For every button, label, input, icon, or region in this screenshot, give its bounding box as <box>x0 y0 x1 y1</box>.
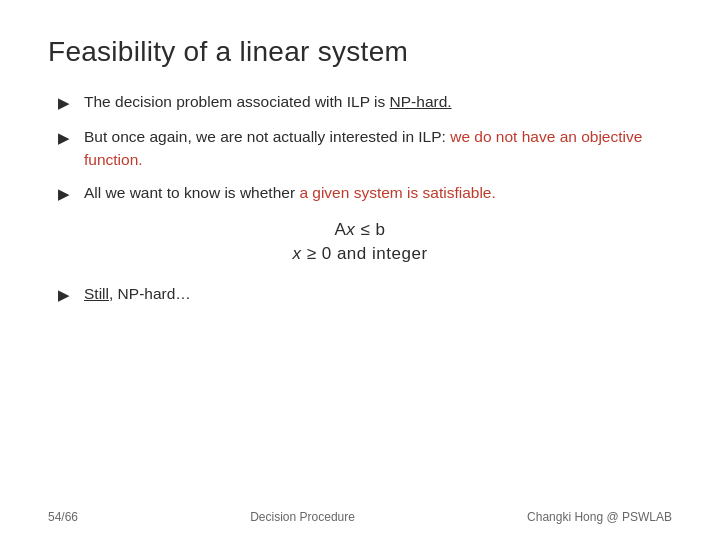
footer-right: Changki Hong @ PSWLAB <box>527 510 672 524</box>
bullet-arrow-4: ▶ <box>58 284 70 307</box>
bullet-3-before: All we want to know is whether <box>84 184 299 201</box>
math-x1: x <box>346 220 355 239</box>
bullet-arrow-2: ▶ <box>58 127 70 150</box>
math-line-1: Ax ≤ b <box>48 220 672 240</box>
slide: Feasibility of a linear system ▶ The dec… <box>0 0 720 540</box>
still-bullet: ▶ Still, NP-hard… <box>58 282 672 307</box>
footer-center: Decision Procedure <box>250 510 355 524</box>
footer-page: 54/66 <box>48 510 78 524</box>
math-geq: ≥ 0 and integer <box>301 244 427 263</box>
bullet-arrow-3: ▶ <box>58 183 70 206</box>
footer: 54/66 Decision Procedure Changki Hong @ … <box>0 510 720 524</box>
still-word: Still <box>84 285 109 302</box>
bullet-list: ▶ The decision problem associated with I… <box>58 90 672 206</box>
bullet-arrow-1: ▶ <box>58 92 70 115</box>
math-A: A <box>334 220 346 239</box>
bullet-2-before: But once again, we are not actually inte… <box>84 128 450 145</box>
math-block: Ax ≤ b x ≥ 0 and integer <box>48 220 672 264</box>
math-line-2: x ≥ 0 and integer <box>48 244 672 264</box>
bullet-3-highlight: a given system is satisfiable. <box>299 184 495 201</box>
still-after: , NP-hard… <box>109 285 191 302</box>
list-item: ▶ The decision problem associated with I… <box>58 90 672 115</box>
list-item: ▶ But once again, we are not actually in… <box>58 125 672 172</box>
bullet-2-text: But once again, we are not actually inte… <box>84 125 672 172</box>
slide-title: Feasibility of a linear system <box>48 36 672 68</box>
list-item: ▶ All we want to know is whether a given… <box>58 181 672 206</box>
bullet-1-before: The decision problem associated with ILP… <box>84 93 390 110</box>
bullet-1-highlight: NP-hard. <box>390 93 452 110</box>
still-text: Still, NP-hard… <box>84 282 191 305</box>
bullet-1-text: The decision problem associated with ILP… <box>84 90 452 113</box>
math-leq: ≤ b <box>355 220 385 239</box>
bullet-3-text: All we want to know is whether a given s… <box>84 181 496 204</box>
